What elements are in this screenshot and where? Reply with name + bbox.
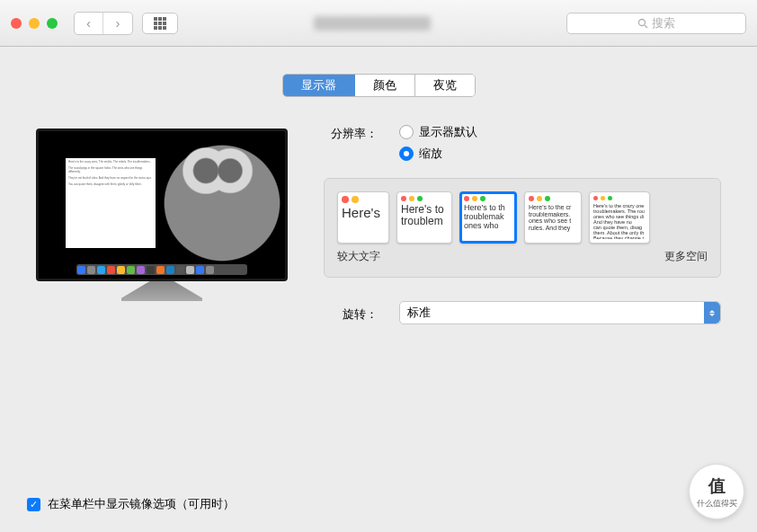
- search-icon: [637, 18, 648, 29]
- dock-preview: [76, 264, 247, 275]
- mirror-label: 在菜单栏中显示镜像选项（可用时）: [48, 496, 235, 512]
- radio-default[interactable]: 显示器默认: [399, 124, 477, 140]
- watermark-badge: 值 什么值得买: [689, 464, 744, 519]
- svg-line-1: [645, 25, 647, 28]
- svg-point-0: [639, 19, 646, 25]
- scale-option-2[interactable]: Here's to troublem: [396, 191, 452, 244]
- grid-button[interactable]: [142, 13, 178, 34]
- rotation-label: 旋转：: [324, 303, 378, 323]
- watermark-tagline: 什么值得买: [697, 498, 737, 510]
- tab-bar: 显示器 颜色 夜览: [36, 74, 721, 97]
- window-toolbar: ‹ › 搜索: [0, 0, 757, 47]
- forward-button[interactable]: ›: [103, 13, 132, 34]
- window-preview: Here's to the crazy ones. The misfits. T…: [66, 158, 156, 248]
- monitor-stand: [121, 281, 202, 301]
- scale-option-5[interactable]: Here's to the crazy one troublemakers. T…: [589, 191, 650, 244]
- zoom-icon[interactable]: [47, 18, 58, 29]
- radio-icon: [399, 146, 414, 161]
- scale-option-3[interactable]: Here's to th troublemak ones who: [459, 191, 517, 244]
- grid-icon: [154, 17, 166, 30]
- tab-color[interactable]: 颜色: [355, 75, 415, 96]
- scale-label-more-space: 更多空间: [664, 249, 708, 264]
- search-input[interactable]: 搜索: [566, 13, 746, 34]
- traffic-lights: [11, 18, 58, 29]
- radio-scaled-label: 缩放: [419, 146, 442, 162]
- radio-default-label: 显示器默认: [419, 124, 477, 140]
- tab-display[interactable]: 显示器: [283, 75, 355, 96]
- window-title-blurred: [187, 16, 557, 31]
- tab-night[interactable]: 夜览: [415, 75, 475, 96]
- watermark-brand: 值: [708, 474, 726, 498]
- wallpaper-preview: [141, 129, 288, 281]
- scale-option-4[interactable]: Here's to the cr troublemakers. ones who…: [524, 191, 582, 244]
- mirror-option[interactable]: ✓ 在菜单栏中显示镜像选项（可用时）: [27, 496, 235, 512]
- checkbox-checked-icon[interactable]: ✓: [27, 498, 40, 511]
- chevron-updown-icon: [704, 302, 720, 324]
- content-area: 显示器 颜色 夜览 Here's to the crazy ones. The …: [0, 47, 757, 351]
- radio-icon: [399, 125, 414, 139]
- radio-scaled[interactable]: 缩放: [399, 146, 477, 162]
- close-icon[interactable]: [11, 18, 22, 29]
- scale-label-larger: 较大文字: [337, 249, 380, 264]
- resolution-label: 分辨率：: [324, 124, 378, 142]
- scale-picker: Here's Here's to troublem Here's to th t…: [324, 178, 721, 278]
- monitor-preview: Here's to the crazy ones. The misfits. T…: [36, 129, 288, 308]
- rotation-value: 标准: [407, 305, 431, 321]
- search-placeholder: 搜索: [652, 15, 675, 31]
- back-button[interactable]: ‹: [75, 13, 103, 34]
- rotation-select[interactable]: 标准: [399, 301, 721, 324]
- scale-option-1[interactable]: Here's: [337, 191, 389, 244]
- minimize-icon[interactable]: [29, 18, 40, 29]
- nav-buttons: ‹ ›: [74, 12, 133, 35]
